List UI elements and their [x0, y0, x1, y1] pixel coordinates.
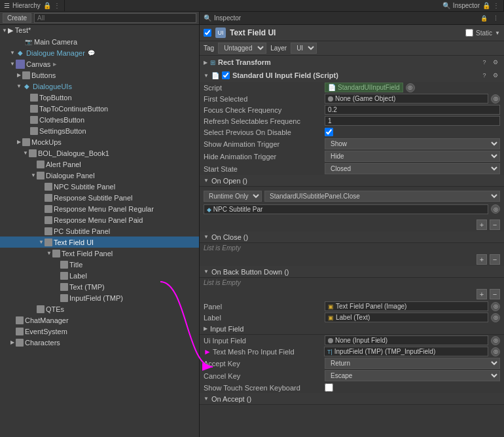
script-active-checkbox[interactable]	[222, 71, 230, 79]
tree-item-dialogue-uis[interactable]: ◆ DialogueUIs	[0, 81, 199, 92]
object-active-checkbox[interactable]	[204, 29, 211, 37]
tree-item-characters[interactable]: Characters	[0, 337, 199, 348]
script-ref-value: 📄 StandardUIInputField	[325, 83, 403, 92]
refresh-selectables-input[interactable]	[325, 116, 500, 126]
layer-select[interactable]: UI	[291, 43, 317, 54]
tree-item-text-tmp[interactable]: Text (TMP)	[0, 281, 199, 292]
on-close-plus[interactable]: +	[477, 254, 487, 265]
inspector-panel-tab[interactable]: 🔍 Inspector 🔒 ⋮	[439, 0, 504, 11]
select-prev-checkbox[interactable]	[325, 128, 333, 136]
tree-item-qtes[interactable]: QTEs	[0, 303, 199, 314]
refresh-selectables-row: Refresh Selectables Frequenc	[200, 115, 504, 126]
static-dropdown-arrow[interactable]: ▼	[495, 30, 500, 36]
tree-item-chat-manager[interactable]: ChatManager	[0, 314, 199, 326]
tree-item-response-paid[interactable]: Response Menu Panel Paid	[0, 214, 199, 225]
tree-item-pc-subtitle[interactable]: PC Subtitle Panel	[0, 225, 199, 237]
item-label-pc-subtitle: PC Subtitle Panel	[54, 227, 110, 235]
on-back-minus[interactable]: −	[490, 289, 500, 299]
accept-key-select[interactable]: Return	[325, 358, 500, 369]
tree-item-clothes[interactable]: ClothesButton	[0, 114, 199, 125]
tree-item-settings[interactable]: SettingsButton	[0, 125, 199, 136]
tree-item-mockups[interactable]: MockUps	[0, 136, 199, 147]
on-back-section[interactable]: ▼ On Back Button Down ()	[200, 266, 504, 278]
hide-anim-row: Hide Animation Trigger Hide	[200, 150, 504, 162]
rect-info-btn[interactable]: ?	[480, 58, 489, 67]
tree-item-alert-panel[interactable]: Alert Panel	[0, 159, 199, 170]
rect-settings-btn[interactable]: ⚙	[491, 58, 500, 67]
tree-item-tap-to-continue[interactable]: TapToContinueButton	[0, 103, 199, 114]
hide-anim-select[interactable]: Hide	[325, 151, 500, 162]
ui-input-target-btn[interactable]: ◎	[491, 336, 500, 345]
cancel-key-select[interactable]: Escape	[325, 370, 500, 381]
script-expand[interactable]: ▼	[204, 73, 209, 79]
tag-select[interactable]: Untagged	[218, 43, 266, 54]
tree-item-dialogue-manager[interactable]: ◆ Dialogue Manager 💬	[0, 47, 199, 58]
tree-item-inputfield-tmp[interactable]: InputField (TMP)	[0, 292, 199, 303]
on-open-section[interactable]: ▼ On Open ()	[200, 175, 504, 187]
tree-item-top-button[interactable]: TopButton	[0, 92, 199, 103]
dialogue-uis-arrow	[16, 83, 22, 89]
go-icon-label	[60, 272, 68, 280]
go-icon-response-reg	[45, 205, 52, 213]
show-anim-select[interactable]: Show	[325, 138, 500, 149]
inspector-menu-btn[interactable]: ⋮	[491, 14, 500, 23]
item-label-title: Title	[69, 261, 82, 269]
focus-check-input[interactable]	[325, 105, 500, 115]
script-settings-btn[interactable]: ⚙	[491, 71, 500, 80]
on-open-minus[interactable]: −	[490, 219, 500, 230]
start-state-select[interactable]: Closed	[325, 163, 500, 174]
text-field-ui-arrow	[38, 239, 45, 245]
hierarchy-panel-tab[interactable]: ☰ Hierarchy 🔒 ⋮	[0, 0, 65, 11]
runtime-select[interactable]: Runtime Only	[204, 191, 262, 202]
tmp-input-field-row: ► Text Mesh Pro Input Field T| InputFiel…	[200, 346, 504, 357]
show-keyboard-checkbox[interactable]	[325, 383, 333, 392]
tree-item-npc-subtitle[interactable]: NPC Subtitle Panel	[0, 181, 199, 192]
go-icon-bol	[29, 149, 37, 157]
on-open-target-btn[interactable]: ◎	[491, 204, 500, 214]
panel-icon: ▣	[328, 303, 334, 310]
tree-item-dialogue-panel[interactable]: Dialogue Panel	[0, 170, 199, 181]
inspector-title: Inspector	[453, 2, 480, 9]
first-selected-target-btn[interactable]: ◎	[491, 94, 500, 104]
tree-item-text-field-panel[interactable]: Text Field Panel	[0, 248, 199, 259]
function-select[interactable]: StandardUISubtitlePanel.Close	[264, 191, 500, 202]
on-open-label: On Open ()	[211, 177, 247, 185]
input-field-arrow: ▶	[204, 326, 207, 332]
on-back-plus[interactable]: +	[477, 289, 487, 299]
static-checkbox[interactable]	[465, 29, 473, 37]
on-close-section[interactable]: ▼ On Close ()	[200, 231, 504, 243]
panel-target-btn[interactable]: ◎	[491, 302, 500, 311]
scene-root[interactable]: ▶ Test*	[0, 25, 199, 36]
tree-item-response-subtitle[interactable]: Response Subtitle Panel	[0, 192, 199, 203]
on-close-minus[interactable]: −	[490, 254, 500, 265]
on-back-empty: List is Empty	[200, 278, 504, 288]
hierarchy-panel: Create ▶ Test* 📷 Main Camera ◆ Dialogue	[0, 12, 200, 437]
hide-anim-label: Hide Animation Trigger	[204, 153, 325, 161]
tmp-input-target-btn[interactable]: ◎	[491, 347, 500, 356]
on-close-empty: List is Empty	[200, 243, 504, 253]
tree-item-buttons[interactable]: Buttons	[0, 69, 199, 81]
label-field-target-btn[interactable]: ◎	[491, 313, 500, 322]
search-input[interactable]	[34, 13, 196, 23]
tree-item-text-field-ui[interactable]: Text Field UI	[0, 237, 199, 248]
tree-item-response-regular[interactable]: Response Menu Panel Regular	[0, 203, 199, 214]
tree-item-title[interactable]: Title	[0, 259, 199, 270]
inspector-lock-btn[interactable]: 🔒	[479, 14, 488, 23]
rect-transform-expand[interactable]: ▶	[204, 60, 207, 66]
tree-item-canvas[interactable]: Canvas ►	[0, 58, 199, 69]
on-accept-section[interactable]: ▼ On Accept ()	[200, 393, 504, 405]
tree-item-bol-dialogue[interactable]: BOL_Dialogue_Book1	[0, 147, 199, 159]
panel-label: Panel	[204, 303, 325, 311]
input-field-section[interactable]: ▶ Input Field	[200, 323, 504, 335]
tree-item-main-camera[interactable]: 📷 Main Camera	[0, 36, 199, 47]
script-info-btn[interactable]: ?	[480, 71, 489, 80]
on-open-plus[interactable]: +	[477, 219, 487, 230]
item-label-characters: Characters	[25, 339, 60, 347]
create-button[interactable]: Create	[3, 13, 31, 23]
item-label-response-paid: Response Menu Panel Paid	[54, 216, 143, 224]
tree-item-event-system[interactable]: EventSystem	[0, 326, 199, 337]
script-ref-target-btn[interactable]: ◎	[406, 83, 415, 92]
prefab-icon: ◆	[16, 48, 25, 58]
characters-arrow	[9, 339, 16, 345]
tree-item-label[interactable]: Label	[0, 270, 199, 281]
